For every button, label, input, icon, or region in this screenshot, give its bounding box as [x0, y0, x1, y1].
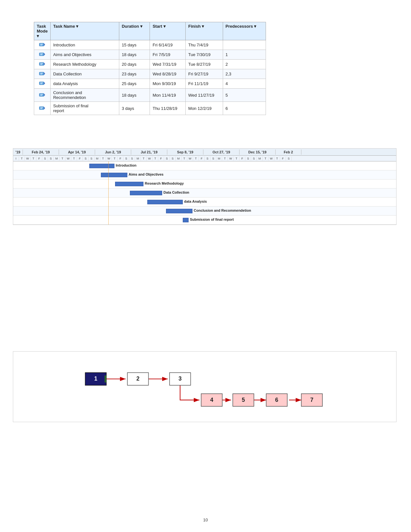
task-predecessors-cell: 6: [223, 102, 266, 115]
gantt-day-header: S: [245, 157, 251, 160]
gantt-month-header: Feb 2: [276, 150, 301, 155]
gantt-bar: [115, 182, 143, 186]
gantt-day-header: S: [205, 157, 210, 160]
svg-marker-13: [44, 72, 45, 75]
gantt-bar-label: Submission of final report: [190, 218, 234, 221]
task-predecessors-cell: 4: [223, 79, 266, 89]
task-duration-cell: 23 days: [119, 69, 150, 79]
task-name-cell: Data Collection: [50, 69, 119, 79]
gantt-day-header: W: [25, 157, 31, 160]
gantt-day-header: T: [112, 157, 118, 160]
svg-rect-2: [40, 44, 43, 44]
node-5-label: 5: [242, 397, 245, 403]
col-header-finish[interactable]: Finish ▾: [186, 22, 223, 40]
gantt-day-header: I: [13, 157, 19, 160]
svg-rect-15: [40, 74, 42, 74]
gantt-day-header: W: [269, 157, 274, 160]
col-header-name[interactable]: Task Name ▾: [50, 22, 119, 40]
task-finish-cell: Wed 11/27/19: [186, 89, 223, 102]
gantt-day-header: S: [89, 157, 94, 160]
gantt-bar-label: Research Methodology: [145, 181, 184, 185]
task-finish-cell: Tue 8/27/19: [186, 60, 223, 69]
svg-rect-16: [39, 82, 44, 85]
task-name-cell: Aims and Objectives: [50, 50, 119, 60]
node-4-label: 4: [210, 397, 213, 403]
gantt-day-header: T: [181, 157, 187, 160]
gantt-chart-row: Submission of final report: [13, 216, 396, 225]
task-duration-cell: 3 days: [119, 102, 150, 115]
gantt-day-header: T: [31, 157, 36, 160]
svg-rect-22: [40, 94, 43, 95]
gantt-chart-row: data Analysis: [13, 198, 396, 207]
gantt-day-header: S: [286, 157, 292, 160]
task-mode-cell: [34, 60, 51, 69]
gantt-bar-label: data Analysis: [184, 199, 207, 203]
gantt-day-header: T: [152, 157, 158, 160]
gantt-chart-row: Data Collection: [13, 189, 396, 198]
gantt-chart-section: '19Feb 24, '19Apr 14, '19Jun 2, '19Jul 2…: [13, 148, 396, 225]
task-duration-cell: 25 days: [119, 79, 150, 89]
task-name-cell: Introduction: [50, 40, 119, 50]
gantt-day-header: S: [129, 157, 135, 160]
table-row: Conclusion andRecommendetion18 daysMon 1…: [34, 89, 266, 102]
task-finish-cell: Thu 7/4/19: [186, 40, 223, 50]
gantt-bar: [130, 191, 162, 195]
gantt-day-header: F: [158, 157, 164, 160]
table-row: Data Collection23 daysWed 8/28/19Fri 9/2…: [34, 69, 266, 79]
gantt-bar: [89, 164, 114, 168]
col-header-mode[interactable]: TaskMode ▾: [34, 22, 51, 40]
col-header-predecessors[interactable]: Predecessors ▾: [223, 22, 266, 40]
col-header-duration[interactable]: Duration ▾: [119, 22, 150, 40]
task-finish-cell: Fri 11/1/19: [186, 79, 223, 89]
svg-marker-9: [44, 63, 45, 65]
gantt-day-header: F: [199, 157, 205, 160]
gantt-chart-row: Aims and Objectives: [13, 170, 396, 179]
svg-rect-6: [40, 53, 43, 54]
gantt-day-header: W: [228, 157, 234, 160]
task-finish-cell: Fri 9/27/19: [186, 69, 223, 79]
task-name-cell: Submission of finalreport: [50, 102, 119, 115]
task-start-cell: Fri 7/5/19: [150, 50, 186, 60]
col-header-start[interactable]: Start ▾: [150, 22, 186, 40]
gantt-month-header: Dec 15, '19: [240, 150, 276, 155]
gantt-reference-line: [108, 161, 109, 225]
task-mode-cell: [34, 79, 51, 89]
gantt-day-header: F: [280, 157, 286, 160]
gantt-day-header: S: [170, 157, 176, 160]
gantt-day-header: T: [234, 157, 240, 160]
gantt-day-header: M: [54, 157, 60, 160]
gantt-day-header: S: [251, 157, 257, 160]
node-3-label: 3: [179, 375, 182, 382]
svg-rect-27: [40, 108, 42, 109]
gantt-bar-label: Aims and Objectives: [129, 172, 163, 176]
svg-rect-8: [39, 63, 44, 65]
node-1-label: 1: [94, 375, 97, 382]
svg-rect-3: [40, 45, 42, 45]
gantt-bar: [183, 218, 189, 222]
gantt-day-header: M: [216, 157, 222, 160]
task-icon: [39, 81, 46, 86]
gantt-day-header: W: [65, 157, 71, 160]
gantt-day-header: T: [60, 157, 65, 160]
task-mode-cell: [34, 50, 51, 60]
gantt-bar: [101, 173, 127, 177]
table-row: Aims and Objectives18 daysFri 7/5/19Tue …: [34, 50, 266, 60]
network-diagram-section: 1 2 3 4 5 6 7: [13, 351, 396, 422]
gantt-day-header: T: [193, 157, 199, 160]
gantt-month-header: Oct 27, '19: [203, 150, 240, 155]
gantt-table: TaskMode ▾ Task Name ▾ Duration ▾ Start …: [34, 22, 266, 115]
svg-rect-24: [39, 107, 44, 110]
gantt-month-header: '19: [13, 150, 23, 155]
task-start-cell: Wed 8/28/19: [150, 69, 186, 79]
svg-marker-17: [44, 82, 45, 85]
task-icon: [39, 92, 46, 97]
task-name-cell: Conclusion andRecommendetion: [50, 89, 119, 102]
task-mode-cell: [34, 102, 51, 115]
task-finish-cell: Mon 12/2/19: [186, 102, 223, 115]
gantt-day-header: F: [36, 157, 42, 160]
gantt-day-header: M: [135, 157, 141, 160]
node-1-indicator: [104, 375, 106, 382]
gantt-month-header: Feb 24, '19: [23, 150, 59, 155]
gantt-day-header: S: [83, 157, 89, 160]
svg-rect-20: [39, 93, 44, 96]
